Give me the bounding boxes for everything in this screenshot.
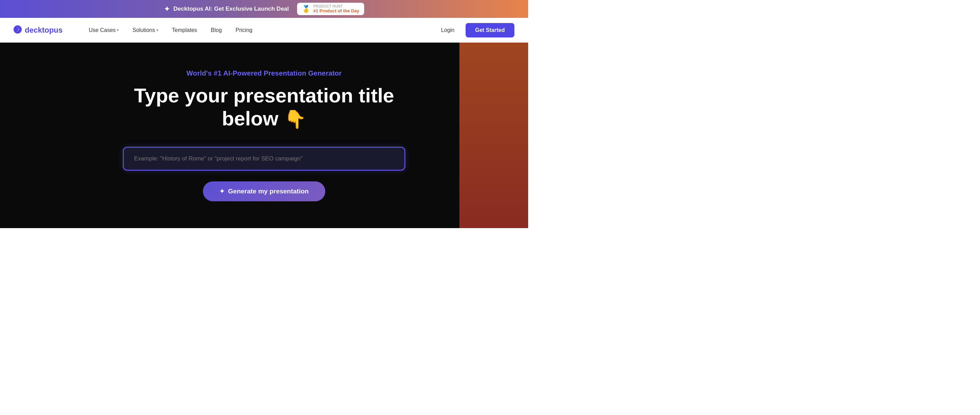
hero-subtitle: World's #1 AI-Powered Presentation Gener…: [109, 70, 419, 77]
generate-button[interactable]: ✦ Generate my presentation: [203, 181, 325, 201]
hero-content: World's #1 AI-Powered Presentation Gener…: [109, 70, 419, 201]
banner-text: ✦ Decktopus AI: Get Exclusive Launch Dea…: [164, 5, 289, 13]
logo-text: decktopus: [25, 26, 63, 35]
get-started-button[interactable]: Get Started: [466, 23, 514, 38]
sparkle-icon: ✦: [164, 5, 170, 13]
pointing-down-emoji: 👇: [284, 109, 306, 129]
hero-section: World's #1 AI-Powered Presentation Gener…: [0, 43, 528, 228]
top-banner: ✦ Decktopus AI: Get Exclusive Launch Dea…: [0, 0, 528, 18]
ph-title: #1 Product of the Day: [313, 8, 360, 13]
nav-templates[interactable]: Templates: [166, 24, 202, 36]
banner-message: Decktopus AI: Get Exclusive Launch Deal: [173, 5, 289, 13]
ph-label: PRODUCT HUNT: [313, 5, 360, 8]
logo[interactable]: 🅓 decktopus: [14, 25, 63, 35]
ph-info: PRODUCT HUNT #1 Product of the Day: [313, 5, 360, 13]
input-container: [123, 147, 405, 170]
nav-links: Use Cases ▾ Solutions ▾ Templates Blog P…: [83, 24, 436, 36]
hero-title: Type your presentation title below 👇: [109, 84, 419, 130]
nav-use-cases[interactable]: Use Cases ▾: [83, 24, 124, 36]
nav-right: Login Get Started: [436, 23, 514, 38]
generate-sparkle-icon: ✦: [220, 188, 224, 195]
navbar: 🅓 decktopus Use Cases ▾ Solutions ▾ Temp…: [0, 18, 528, 43]
product-hunt-badge[interactable]: 🥇 PRODUCT HUNT #1 Product of the Day: [297, 3, 364, 15]
ph-medal-icon: 🥇: [302, 5, 310, 13]
logo-icon: 🅓: [14, 25, 22, 35]
nav-blog[interactable]: Blog: [205, 24, 227, 36]
chevron-down-icon: ▾: [117, 28, 119, 32]
presentation-title-input[interactable]: [123, 147, 405, 170]
nav-solutions[interactable]: Solutions ▾: [127, 24, 164, 36]
nav-pricing[interactable]: Pricing: [230, 24, 258, 36]
login-button[interactable]: Login: [436, 24, 460, 36]
chevron-down-icon: ▾: [156, 28, 158, 32]
